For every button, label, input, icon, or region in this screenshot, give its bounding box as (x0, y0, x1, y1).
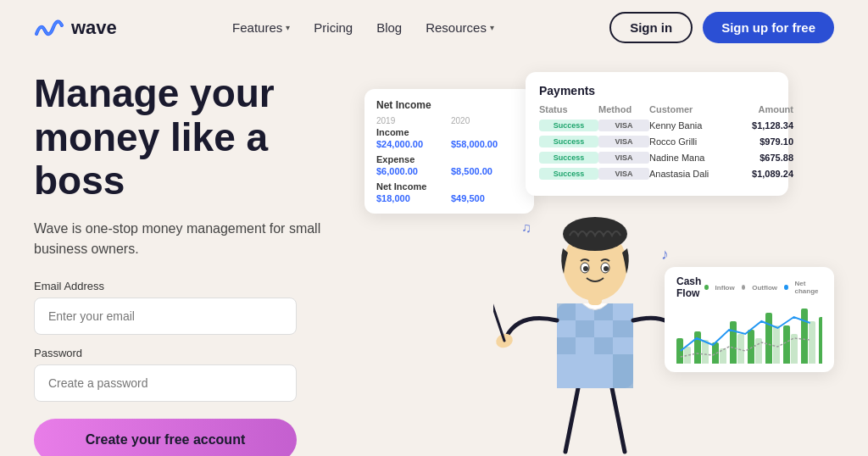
hero-right: Net Income 2019 2020 Income $24,000.00 $… (356, 64, 834, 456)
net-2020: $49,500 (451, 193, 522, 203)
hero-left: Manage your money like a boss Wave is on… (34, 64, 356, 456)
net-income-title: Net Income (376, 99, 522, 111)
svg-rect-13 (594, 337, 613, 354)
payments-card: Payments Status Method Customer Amount S… (526, 72, 788, 196)
password-input[interactable] (34, 364, 297, 402)
svg-rect-7 (557, 320, 576, 337)
svg-point-26 (604, 266, 609, 271)
table-row: Success VISA Nadine Mana $675.88 (539, 152, 775, 164)
svg-rect-9 (594, 320, 613, 337)
svg-rect-8 (576, 320, 594, 337)
hero-title: Manage your money like a boss (34, 72, 356, 203)
income-label: Income (376, 127, 522, 137)
svg-line-0 (565, 388, 578, 452)
payments-title: Payments (539, 84, 775, 97)
create-account-button[interactable]: Create your free account (34, 419, 297, 456)
nav-resources[interactable]: Resources ▾ (426, 20, 494, 35)
cashflow-card: Cash Flow Inflow Outflow Net change (665, 267, 834, 372)
svg-rect-6 (613, 303, 633, 320)
logo-text: wave (71, 17, 117, 39)
password-group: Password (34, 347, 356, 402)
income-2020: $58,000.00 (451, 139, 522, 149)
svg-line-1 (612, 388, 625, 452)
expense-2020: $8,500.00 (451, 166, 522, 176)
signup-button[interactable]: Sign up for free (703, 12, 834, 43)
cashflow-legend: Inflow Outflow Net change (704, 280, 822, 295)
svg-line-19 (493, 295, 504, 341)
expense-2019: $6,000.00 (376, 166, 448, 176)
net-2019: $18,000 (376, 193, 448, 203)
nav-blog[interactable]: Blog (376, 20, 402, 35)
svg-point-25 (583, 266, 588, 271)
password-label: Password (34, 347, 356, 359)
svg-rect-11 (557, 337, 576, 354)
legend-inflow-dot (704, 285, 709, 290)
hero-subtitle: Wave is one-stop money management for sm… (34, 219, 356, 259)
legend-outflow-dot (742, 285, 746, 290)
payments-table-header: Status Method Customer Amount (539, 104, 775, 114)
legend-netchange-dot (784, 285, 788, 290)
svg-rect-15 (557, 354, 576, 388)
logo[interactable]: wave (34, 15, 117, 41)
wave-logo-icon (34, 15, 64, 41)
signin-button[interactable]: Sign in (609, 12, 693, 43)
nav-features[interactable]: Features ▾ (232, 20, 290, 35)
cash-flow-chart (676, 304, 822, 364)
svg-rect-14 (613, 337, 633, 354)
svg-rect-12 (576, 337, 594, 354)
net-income2-label: Net Income (376, 181, 522, 192)
chevron-down-icon: ▾ (286, 23, 290, 32)
nav-buttons: Sign in Sign up for free (609, 12, 834, 43)
svg-rect-3 (557, 303, 576, 320)
email-group: Email Address (34, 280, 356, 335)
svg-rect-16 (613, 354, 633, 388)
hero-section: Manage your money like a boss Wave is on… (0, 55, 868, 456)
email-label: Email Address (34, 280, 356, 292)
income-card: Net Income 2019 2020 Income $24,000.00 $… (364, 89, 534, 214)
chevron-down-icon: ▾ (490, 23, 494, 32)
year-2019-label: 2019 (376, 116, 448, 125)
table-row: Success VISA Rocco Grilli $979.10 (539, 136, 775, 147)
table-row: Success VISA Anastasia Dali $1,089.24 (539, 168, 775, 180)
email-input[interactable] (34, 298, 297, 335)
navbar: wave Features ▾ Pricing Blog Resources ▾… (0, 0, 868, 55)
income-2019: $24,000.00 (376, 139, 448, 149)
nav-pricing[interactable]: Pricing (314, 20, 353, 35)
cashflow-line-svg (676, 304, 822, 364)
svg-rect-10 (613, 320, 633, 337)
expense-label: Expense (376, 154, 522, 164)
nav-links: Features ▾ Pricing Blog Resources ▾ (232, 20, 494, 35)
cashflow-title: Cash Flow Inflow Outflow Net change (676, 275, 822, 299)
table-row: Success VISA Kenny Bania $1,128.34 (539, 120, 775, 131)
year-2020-label: 2020 (451, 116, 522, 125)
